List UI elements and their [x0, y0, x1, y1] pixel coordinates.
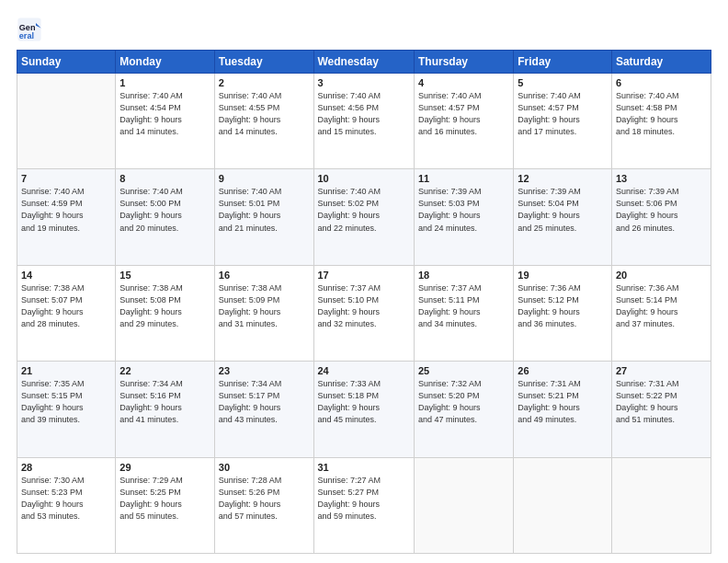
day-number: 4 — [418, 77, 509, 88]
day-info: Sunrise: 7:39 AMSunset: 5:03 PMDaylight:… — [418, 186, 509, 234]
day-cell: 6Sunrise: 7:40 AMSunset: 4:58 PMDaylight… — [611, 74, 711, 169]
week-row-3: 14Sunrise: 7:38 AMSunset: 5:07 PMDayligh… — [17, 265, 711, 361]
day-info: Sunrise: 7:36 AMSunset: 5:14 PMDaylight:… — [616, 282, 707, 330]
day-info: Sunrise: 7:40 AMSunset: 4:55 PMDaylight:… — [219, 90, 310, 138]
day-number: 25 — [418, 365, 509, 376]
day-cell — [414, 457, 513, 553]
day-header-sunday: Sunday — [17, 51, 116, 74]
day-cell: 4Sunrise: 7:40 AMSunset: 4:57 PMDaylight… — [414, 74, 513, 169]
day-number: 9 — [219, 173, 310, 184]
day-header-wednesday: Wednesday — [313, 51, 414, 74]
day-info: Sunrise: 7:30 AMSunset: 5:23 PMDaylight:… — [21, 475, 111, 523]
day-cell: 5Sunrise: 7:40 AMSunset: 4:57 PMDaylight… — [514, 74, 612, 169]
day-number: 17 — [318, 270, 410, 281]
day-number: 23 — [219, 365, 310, 376]
day-cell: 30Sunrise: 7:28 AMSunset: 5:26 PMDayligh… — [214, 457, 313, 553]
day-info: Sunrise: 7:40 AMSunset: 4:57 PMDaylight:… — [518, 90, 608, 138]
day-number: 26 — [518, 365, 608, 376]
week-row-1: 1Sunrise: 7:40 AMSunset: 4:54 PMDaylight… — [17, 74, 711, 169]
day-cell: 23Sunrise: 7:34 AMSunset: 5:17 PMDayligh… — [214, 362, 313, 457]
day-cell — [514, 457, 612, 553]
day-info: Sunrise: 7:27 AMSunset: 5:27 PMDaylight:… — [318, 475, 410, 523]
day-info: Sunrise: 7:39 AMSunset: 5:04 PMDaylight:… — [518, 186, 608, 234]
day-number: 7 — [21, 173, 111, 184]
day-number: 5 — [518, 77, 608, 88]
day-number: 12 — [518, 173, 608, 184]
day-number: 22 — [119, 365, 210, 376]
day-info: Sunrise: 7:40 AMSunset: 5:01 PMDaylight:… — [219, 186, 310, 234]
day-cell: 16Sunrise: 7:38 AMSunset: 5:09 PMDayligh… — [214, 265, 313, 361]
day-cell: 20Sunrise: 7:36 AMSunset: 5:14 PMDayligh… — [611, 265, 711, 361]
day-number: 27 — [616, 365, 707, 376]
header: Gen eral — [17, 17, 711, 42]
day-number: 6 — [616, 77, 707, 88]
day-number: 21 — [21, 365, 111, 376]
day-number: 28 — [21, 462, 111, 473]
day-info: Sunrise: 7:40 AMSunset: 4:54 PMDaylight:… — [119, 90, 210, 138]
week-row-4: 21Sunrise: 7:35 AMSunset: 5:15 PMDayligh… — [17, 362, 711, 457]
day-number: 14 — [21, 270, 111, 281]
day-cell: 12Sunrise: 7:39 AMSunset: 5:04 PMDayligh… — [514, 169, 612, 265]
day-info: Sunrise: 7:39 AMSunset: 5:06 PMDaylight:… — [616, 186, 707, 234]
day-info: Sunrise: 7:38 AMSunset: 5:07 PMDaylight:… — [21, 282, 111, 330]
calendar: SundayMondayTuesdayWednesdayThursdayFrid… — [17, 50, 711, 554]
calendar-table: SundayMondayTuesdayWednesdayThursdayFrid… — [17, 50, 711, 554]
day-number: 8 — [119, 173, 210, 184]
day-number: 30 — [219, 462, 310, 473]
day-cell: 29Sunrise: 7:29 AMSunset: 5:25 PMDayligh… — [116, 457, 214, 553]
day-cell: 15Sunrise: 7:38 AMSunset: 5:08 PMDayligh… — [116, 265, 214, 361]
day-cell: 1Sunrise: 7:40 AMSunset: 4:54 PMDaylight… — [116, 74, 214, 169]
day-number: 24 — [318, 365, 410, 376]
day-info: Sunrise: 7:31 AMSunset: 5:21 PMDaylight:… — [518, 378, 608, 426]
day-cell: 21Sunrise: 7:35 AMSunset: 5:15 PMDayligh… — [17, 362, 116, 457]
day-info: Sunrise: 7:40 AMSunset: 5:02 PMDaylight:… — [318, 186, 410, 234]
day-number: 15 — [119, 270, 210, 281]
day-info: Sunrise: 7:40 AMSunset: 4:59 PMDaylight:… — [21, 186, 111, 234]
day-cell: 7Sunrise: 7:40 AMSunset: 4:59 PMDaylight… — [17, 169, 116, 265]
day-cell: 3Sunrise: 7:40 AMSunset: 4:56 PMDaylight… — [313, 74, 414, 169]
day-info: Sunrise: 7:28 AMSunset: 5:26 PMDaylight:… — [219, 475, 310, 523]
day-cell: 10Sunrise: 7:40 AMSunset: 5:02 PMDayligh… — [313, 169, 414, 265]
logo: Gen eral — [17, 17, 44, 42]
day-number: 31 — [318, 462, 410, 473]
day-info: Sunrise: 7:31 AMSunset: 5:22 PMDaylight:… — [616, 378, 707, 426]
day-info: Sunrise: 7:29 AMSunset: 5:25 PMDaylight:… — [119, 475, 210, 523]
day-info: Sunrise: 7:33 AMSunset: 5:18 PMDaylight:… — [318, 378, 410, 426]
day-header-friday: Friday — [514, 51, 612, 74]
day-info: Sunrise: 7:40 AMSunset: 4:57 PMDaylight:… — [418, 90, 509, 138]
day-cell: 13Sunrise: 7:39 AMSunset: 5:06 PMDayligh… — [611, 169, 711, 265]
day-info: Sunrise: 7:38 AMSunset: 5:08 PMDaylight:… — [119, 282, 210, 330]
day-header-tuesday: Tuesday — [214, 51, 313, 74]
day-info: Sunrise: 7:34 AMSunset: 5:16 PMDaylight:… — [119, 378, 210, 426]
day-number: 19 — [518, 270, 608, 281]
day-number: 3 — [318, 77, 410, 88]
logo-icon: Gen eral — [17, 17, 42, 42]
day-cell: 14Sunrise: 7:38 AMSunset: 5:07 PMDayligh… — [17, 265, 116, 361]
week-row-2: 7Sunrise: 7:40 AMSunset: 4:59 PMDaylight… — [17, 169, 711, 265]
day-number: 13 — [616, 173, 707, 184]
day-cell: 27Sunrise: 7:31 AMSunset: 5:22 PMDayligh… — [611, 362, 711, 457]
day-info: Sunrise: 7:40 AMSunset: 4:58 PMDaylight:… — [616, 90, 707, 138]
day-info: Sunrise: 7:36 AMSunset: 5:12 PMDaylight:… — [518, 282, 608, 330]
day-cell: 22Sunrise: 7:34 AMSunset: 5:16 PMDayligh… — [116, 362, 214, 457]
week-row-5: 28Sunrise: 7:30 AMSunset: 5:23 PMDayligh… — [17, 457, 711, 553]
day-cell — [17, 74, 116, 169]
day-cell: 18Sunrise: 7:37 AMSunset: 5:11 PMDayligh… — [414, 265, 513, 361]
day-cell: 8Sunrise: 7:40 AMSunset: 5:00 PMDaylight… — [116, 169, 214, 265]
day-cell: 17Sunrise: 7:37 AMSunset: 5:10 PMDayligh… — [313, 265, 414, 361]
day-info: Sunrise: 7:37 AMSunset: 5:10 PMDaylight:… — [318, 282, 410, 330]
day-cell: 25Sunrise: 7:32 AMSunset: 5:20 PMDayligh… — [414, 362, 513, 457]
svg-text:eral: eral — [19, 31, 34, 40]
day-info: Sunrise: 7:35 AMSunset: 5:15 PMDaylight:… — [21, 378, 111, 426]
day-number: 20 — [616, 270, 707, 281]
day-cell: 24Sunrise: 7:33 AMSunset: 5:18 PMDayligh… — [313, 362, 414, 457]
day-cell: 19Sunrise: 7:36 AMSunset: 5:12 PMDayligh… — [514, 265, 612, 361]
day-number: 11 — [418, 173, 509, 184]
day-cell: 31Sunrise: 7:27 AMSunset: 5:27 PMDayligh… — [313, 457, 414, 553]
day-cell — [611, 457, 711, 553]
day-cell: 2Sunrise: 7:40 AMSunset: 4:55 PMDaylight… — [214, 74, 313, 169]
day-info: Sunrise: 7:38 AMSunset: 5:09 PMDaylight:… — [219, 282, 310, 330]
day-number: 2 — [219, 77, 310, 88]
day-cell: 28Sunrise: 7:30 AMSunset: 5:23 PMDayligh… — [17, 457, 116, 553]
day-info: Sunrise: 7:37 AMSunset: 5:11 PMDaylight:… — [418, 282, 509, 330]
